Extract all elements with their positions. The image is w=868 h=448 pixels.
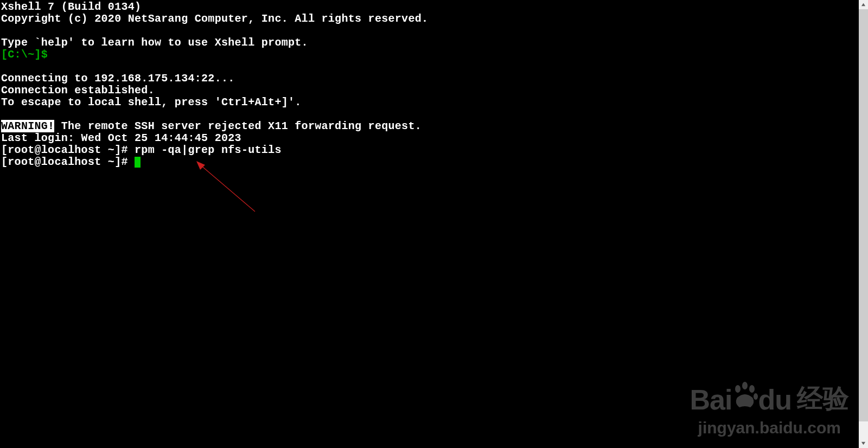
svg-point-6	[749, 385, 755, 393]
warning-message: The remote SSH server rejected X11 forwa…	[54, 120, 422, 132]
scroll-down-button[interactable]	[859, 439, 868, 448]
help-hint: Type `help' to learn how to use Xshell p…	[1, 36, 308, 49]
last-login: Last login: Wed Oct 25 14:44:45 2023	[1, 132, 241, 144]
connecting-line: Connecting to 192.168.175.134:22...	[1, 72, 235, 85]
svg-point-5	[742, 382, 748, 389]
scrollbar-thumb[interactable]	[859, 9, 868, 421]
cursor[interactable]	[135, 157, 141, 168]
watermark-brand2: du	[758, 384, 792, 415]
scroll-up-button[interactable]	[859, 0, 868, 9]
svg-point-4	[735, 385, 741, 393]
established-line: Connection established.	[1, 84, 155, 97]
app-title: Xshell 7 (Build 0134)	[1, 1, 141, 13]
shell-prompt-1: [root@localhost ~]#	[1, 144, 135, 156]
escape-hint: To escape to local shell, press 'Ctrl+Al…	[1, 96, 302, 108]
watermark-url: jingyan.baidu.com	[690, 419, 849, 437]
copyright-line: Copyright (c) 2020 NetSarang Computer, I…	[1, 12, 428, 25]
svg-marker-3	[861, 442, 865, 445]
watermark-cn: 经验	[797, 381, 849, 416]
watermark: Baidu 经验 jingyan.baidu.com	[690, 381, 849, 437]
warning-label: WARNING!	[1, 120, 54, 132]
terminal-output[interactable]: Xshell 7 (Build 0134) Copyright (c) 2020…	[0, 0, 868, 169]
local-prompt: [C:\~]$	[1, 48, 54, 61]
watermark-brand: Bai	[690, 384, 732, 415]
paw-icon	[732, 381, 758, 416]
vertical-scrollbar[interactable]	[859, 0, 868, 448]
svg-line-0	[200, 164, 255, 212]
shell-prompt-2: [root@localhost ~]#	[1, 156, 135, 168]
command-1: rpm -qa|grep nfs-utils	[135, 144, 282, 156]
svg-marker-2	[861, 3, 865, 6]
